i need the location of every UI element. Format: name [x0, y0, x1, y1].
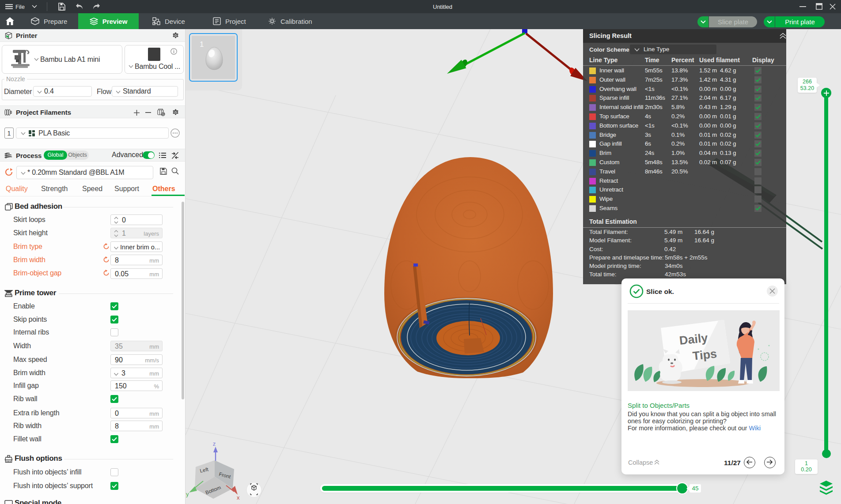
svg-text:Tips: Tips [692, 347, 717, 363]
svg-text:z: z [213, 440, 216, 447]
svg-text:x: x [237, 494, 240, 501]
svg-text:y: y [186, 491, 189, 497]
